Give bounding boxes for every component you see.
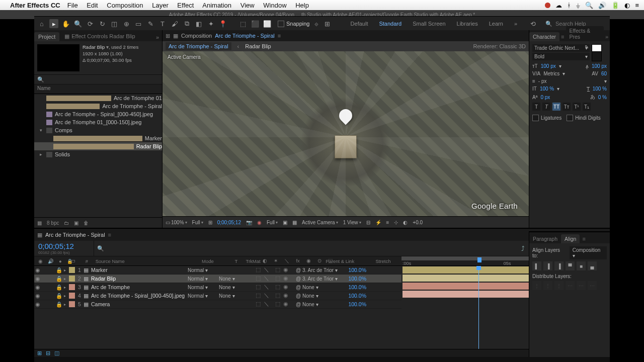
rotate-tool-icon[interactable]: ↻ bbox=[98, 19, 107, 28]
project-item[interactable]: ▾Comps bbox=[34, 126, 162, 134]
views-dropdown[interactable]: 1 View▾ bbox=[343, 220, 361, 225]
pan-behind-tool-icon[interactable]: ⊕ bbox=[122, 19, 131, 28]
visibility-toggle[interactable]: ◉ bbox=[34, 267, 41, 273]
trash-icon[interactable]: 🗑 bbox=[84, 220, 89, 226]
col-t[interactable]: T bbox=[233, 258, 244, 264]
small-caps[interactable]: Tт bbox=[562, 103, 571, 111]
user-icon[interactable]: ◐ bbox=[624, 2, 630, 9]
pixel-aspect-icon[interactable]: ⊟ bbox=[366, 220, 370, 225]
brush-tool-icon[interactable]: 🖌 bbox=[170, 19, 179, 28]
project-col-name[interactable]: Name bbox=[34, 84, 162, 94]
zoom-tool-icon[interactable]: 🔍 bbox=[73, 19, 83, 28]
camera-tool-icon[interactable]: ◫ bbox=[110, 19, 119, 28]
baseline-value[interactable]: 0 px bbox=[540, 95, 550, 100]
exposure-reset-icon[interactable]: ◐ bbox=[403, 220, 408, 225]
parent-dropdown[interactable]: None ▾ bbox=[302, 285, 318, 290]
solo-col-icon[interactable]: ● bbox=[57, 258, 64, 264]
app-name[interactable]: After Effects CC bbox=[10, 2, 60, 9]
snap-opt1-icon[interactable]: ⟐ bbox=[312, 19, 321, 28]
col-source[interactable]: Source Name bbox=[94, 258, 200, 264]
character-tab[interactable]: Character bbox=[529, 32, 559, 41]
twirl-icon[interactable]: ▸ bbox=[62, 285, 67, 290]
layer-row[interactable]: ◉🔒▸3▦Arc de TriompheNormal ▾None ▾⬚＼⬚◉@ … bbox=[34, 283, 401, 292]
effect-controls-tab[interactable]: Effect Controls Radar Blip bbox=[71, 33, 135, 40]
menu-animation[interactable]: Animation bbox=[202, 2, 231, 9]
menu-window[interactable]: Window bbox=[263, 2, 286, 9]
twirl-icon[interactable]: ▸ bbox=[62, 268, 67, 273]
project-tab[interactable]: Project bbox=[34, 32, 59, 41]
menu-layer[interactable]: Layer bbox=[152, 2, 169, 9]
rect-tool-icon[interactable]: ▭ bbox=[134, 19, 143, 28]
comp-flowchart-icon[interactable]: ⤴ bbox=[518, 244, 527, 253]
new-folder-icon[interactable]: 🗀 bbox=[64, 220, 69, 226]
label-color[interactable] bbox=[69, 293, 75, 299]
visibility-toggle[interactable]: ◉ bbox=[34, 276, 41, 282]
parent-pickwhip-icon[interactable]: @ bbox=[296, 293, 301, 299]
stretch-value[interactable]: 100.0% bbox=[342, 276, 369, 282]
project-item[interactable]: Arc de Triomphe - Spiral bbox=[34, 102, 162, 110]
transparency-grid-icon[interactable]: ⊞ bbox=[208, 220, 212, 225]
comp-tab-name[interactable]: Arc de Triomphe - Spiral bbox=[215, 33, 275, 39]
axis-world-icon[interactable]: ⬛ bbox=[251, 19, 260, 28]
trkmat-dropdown[interactable]: None ▾ bbox=[219, 276, 235, 282]
menu-help[interactable]: Help bbox=[295, 2, 309, 9]
align-right-icon[interactable]: ▐ bbox=[554, 261, 564, 270]
twirl-icon[interactable]: ▸ bbox=[62, 302, 67, 307]
superscript[interactable]: T¹ bbox=[573, 103, 581, 111]
stroke-color-swatch[interactable] bbox=[592, 51, 602, 61]
lock-toggle[interactable]: 🔒 bbox=[55, 301, 62, 308]
hscale-value[interactable]: 100 % bbox=[593, 86, 607, 92]
res-dropdown-2[interactable]: Full▾ bbox=[267, 220, 278, 225]
lock-toggle[interactable]: 🔒 bbox=[55, 267, 62, 274]
workspace-reset-icon[interactable]: ⟲ bbox=[528, 19, 537, 28]
parent-dropdown[interactable]: 3. Arc de Trior ▾ bbox=[302, 276, 338, 282]
eraser-tool-icon[interactable]: ◧ bbox=[194, 19, 203, 28]
label-col-icon[interactable]: 🏷 bbox=[68, 258, 77, 264]
puppet-tool-icon[interactable]: 📍 bbox=[218, 19, 227, 28]
ligatures-checkbox[interactable] bbox=[532, 115, 539, 121]
kerning-dropdown[interactable]: Metrics bbox=[543, 71, 559, 76]
tracking-value[interactable]: 60 bbox=[601, 71, 607, 76]
align-top-icon[interactable]: ▀ bbox=[566, 261, 575, 270]
parent-pickwhip-icon[interactable]: @ bbox=[296, 267, 301, 273]
panel-menu-icon[interactable]: » bbox=[604, 32, 610, 41]
composition-viewer[interactable]: Active Camera Google Earth bbox=[163, 51, 529, 216]
blend-mode-dropdown[interactable]: Normal ▾ bbox=[188, 267, 208, 273]
orbit-tool-icon[interactable]: ⟳ bbox=[86, 19, 95, 28]
align-vcenter-icon[interactable]: ■ bbox=[577, 261, 586, 270]
project-item[interactable]: Arc de Triomphe 01_[000-150].jpeg bbox=[34, 118, 162, 126]
layer-row[interactable]: ◉🔒▸1▦MarkerNormal ▾⬚＼⬚◉@ 3. Arc de Trior… bbox=[34, 266, 401, 275]
timeline-icon[interactable]: ≡ bbox=[386, 220, 389, 225]
paragraph-tab[interactable]: Paragraph bbox=[529, 234, 561, 243]
workspace-more-icon[interactable]: » bbox=[514, 21, 517, 27]
timeline-tab-menu-icon[interactable]: ≡ bbox=[108, 232, 111, 238]
menu-edit[interactable]: Edit bbox=[87, 2, 98, 9]
hindi-checkbox[interactable] bbox=[567, 115, 573, 121]
grid-icon[interactable]: ▦ bbox=[292, 220, 297, 225]
volume-icon[interactable]: 🔊 bbox=[598, 2, 606, 9]
toggle-in-out-icon[interactable]: ◫ bbox=[54, 350, 59, 356]
font-weight-dropdown[interactable]: Bold▾ bbox=[532, 53, 590, 60]
trkmat-dropdown[interactable]: None ▾ bbox=[219, 293, 235, 299]
menu-effect[interactable]: Effect bbox=[177, 2, 194, 9]
roto-tool-icon[interactable]: ✦ bbox=[206, 19, 215, 28]
cti-head[interactable] bbox=[476, 256, 482, 265]
flowchart-icon-2[interactable]: ⊹ bbox=[394, 220, 398, 225]
pen-tool-icon[interactable]: ✎ bbox=[146, 19, 155, 28]
clone-tool-icon[interactable]: ⧉ bbox=[182, 19, 191, 28]
visibility-toggle[interactable]: ◉ bbox=[34, 284, 41, 290]
workspace-small[interactable]: Small Screen bbox=[413, 21, 445, 27]
new-comp-icon[interactable]: ▣ bbox=[74, 220, 78, 226]
current-timecode[interactable]: 0;00;05;12 bbox=[38, 242, 94, 250]
menu-extra-icon[interactable]: ≡ bbox=[635, 2, 639, 9]
align-to-dropdown[interactable]: Composition ▾ bbox=[570, 246, 607, 259]
stretch-value[interactable]: 100.0% bbox=[342, 267, 369, 273]
twirl-icon[interactable]: ▸ bbox=[62, 277, 67, 281]
workspace-standard[interactable]: Standard bbox=[379, 21, 401, 27]
visibility-toggle[interactable]: ◉ bbox=[34, 301, 41, 307]
blend-mode-dropdown[interactable]: Normal ▾ bbox=[188, 285, 208, 290]
snapping-checkbox[interactable] bbox=[278, 21, 284, 27]
workspace-libraries[interactable]: Libraries bbox=[457, 21, 478, 27]
visibility-toggle[interactable]: ◉ bbox=[34, 293, 41, 299]
viewer-timecode[interactable]: 0;00;05;12 bbox=[217, 220, 241, 225]
